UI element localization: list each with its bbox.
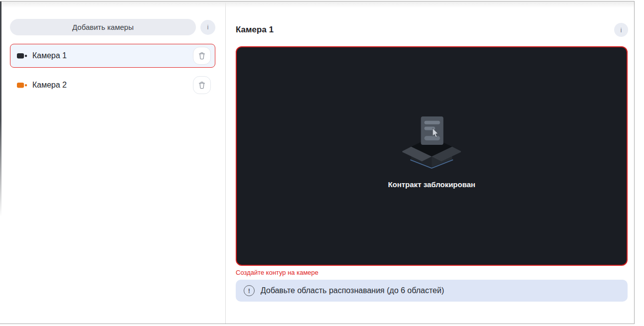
camera-sidebar: Добавить камеры i Камера 1 <box>0 1 226 324</box>
app-window: Добавить камеры i Камера 1 <box>0 1 635 324</box>
sidebar-info-icon[interactable]: i <box>200 20 215 35</box>
placeholder-text: Контракт заблокирован <box>388 180 475 189</box>
exclamation-circle-icon: ! <box>244 285 255 296</box>
document-in-box <box>421 116 443 145</box>
add-cameras-button[interactable]: Добавить камеры <box>10 19 196 35</box>
sidebar-toolbar: Добавить камеры i <box>10 19 215 35</box>
open-box-icon <box>402 116 461 169</box>
blocked-contract-placeholder: Контракт заблокирован <box>388 116 475 189</box>
validation-error-text: Создайте контур на камере <box>236 269 628 276</box>
left-scrollbar-shadow[interactable] <box>0 1 1 217</box>
camera-list-item-2[interactable]: Камера 2 <box>10 73 215 97</box>
camera-detail-panel: Камера 1 i <box>226 1 634 324</box>
notice-text: Добавьте область распознавания (до 6 обл… <box>261 286 444 295</box>
delete-camera-button[interactable] <box>193 47 211 65</box>
panel-info-icon[interactable]: i <box>614 23 628 37</box>
camera-list: Камера 1 Камера 2 <box>10 44 215 97</box>
camera-name: Камера 1 <box>32 51 193 60</box>
page-title: Камера 1 <box>236 25 274 35</box>
delete-camera-button[interactable] <box>193 76 211 94</box>
camera-name: Камера 2 <box>32 81 193 90</box>
camera-preview-area[interactable]: Контракт заблокирован <box>236 46 628 266</box>
camera-list-item-1[interactable]: Камера 1 <box>10 44 215 68</box>
video-camera-icon <box>17 81 28 89</box>
video-camera-icon <box>17 52 28 60</box>
recognition-area-notice: ! Добавьте область распознавания (до 6 о… <box>236 280 628 302</box>
camera-detail-header: Камера 1 i <box>236 23 628 37</box>
